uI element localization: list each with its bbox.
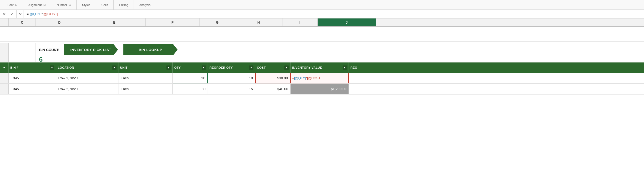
ribbon-section-number: Number ⊡ (51, 0, 77, 10)
cell-reo-2 (349, 84, 376, 94)
analysis-label: Analysis (139, 3, 150, 7)
inventory-pick-list-button[interactable]: INVENTORY PICK LIST (64, 44, 118, 55)
bin-lookup-button[interactable]: BIN LOOKUP (123, 44, 178, 55)
th-reo: REO (349, 62, 376, 73)
table-row: T345 Row 2, slot 1 Each 20 10 $30.00 =[@… (0, 73, 644, 84)
th-location-dropdown[interactable]: ▼ (112, 65, 117, 70)
ribbon-section-editing: Editing (114, 0, 134, 10)
formula-cancel-button[interactable]: ✕ (1, 11, 8, 17)
table-header: ▼ BIN # ▼ LOCATION ▼ UNIT ▼ QTY ▼ REORDE… (0, 62, 644, 73)
row-num-1 (0, 73, 9, 83)
formula-confirm-button[interactable]: ✓ (9, 11, 15, 17)
th-bin-dropdown[interactable]: ▼ (50, 65, 54, 70)
cell-inv-value-1[interactable]: =[@QTY]*[@COST] (291, 73, 349, 83)
nav-area: BIN COUNT: INVENTORY PICK LIST BIN LOOKU… (0, 42, 644, 62)
col-header-h[interactable]: H (235, 18, 282, 26)
formula-bar: ✕ ✓ fx =[@QTY]*[@COST] (0, 10, 644, 18)
cell-location-1[interactable]: Row 2, slot 1 (56, 73, 118, 83)
cell-reorder-qty-1[interactable]: 10 (208, 73, 255, 83)
formula-fx-label: fx (16, 10, 24, 18)
col-header-e[interactable]: E (83, 18, 146, 26)
cell-reorder-qty-2[interactable]: 15 (208, 84, 255, 94)
cell-reo-1 (349, 73, 376, 83)
col-header-f[interactable]: F (146, 18, 200, 26)
formula-display: =[@QTY]*[@COST] (292, 76, 321, 80)
col-header-rownum (0, 18, 9, 26)
ribbon-section-styles: Styles (77, 0, 96, 10)
number-label: Number (57, 3, 67, 7)
cell-qty-1[interactable]: 20 (173, 73, 208, 83)
styles-label: Styles (82, 3, 90, 7)
th-inv-value[interactable]: INVENTORY VALUE ▼ (291, 62, 349, 73)
bin-count-label: BIN COUNT: (39, 48, 59, 52)
th-location[interactable]: LOCATION ▼ (56, 62, 118, 73)
bin-count-value: 6 (39, 56, 43, 63)
column-headers: C D E F G H I J (0, 18, 644, 27)
col-header-i[interactable]: I (282, 18, 318, 26)
formula-input[interactable]: =[@QTY]*[@COST] (25, 11, 643, 17)
empty-rows-area (0, 27, 644, 42)
th-cost-dropdown[interactable]: ▼ (284, 65, 289, 70)
alignment-label: Alignment (28, 3, 42, 7)
th-unit[interactable]: UNIT ▼ (118, 62, 173, 73)
table-row: T345 Row 2, slot 1 Each 30 15 $40.00 $1,… (0, 84, 644, 95)
font-label: Font (8, 3, 14, 7)
th-reorder-qty-dropdown[interactable]: ▼ (249, 65, 253, 70)
cell-qty-2[interactable]: 30 (173, 84, 208, 94)
th-qty[interactable]: QTY ▼ (173, 62, 208, 73)
editing-label: Editing (119, 3, 128, 7)
ribbon-section-analysis: Analysis (134, 0, 156, 10)
col-header-j[interactable]: J (318, 18, 376, 26)
th-inv-value-dropdown[interactable]: ▼ (343, 65, 347, 70)
cell-location-2[interactable]: Row 2, slot 1 (56, 84, 118, 94)
ribbon-section-font: Font ⊡ (2, 0, 23, 10)
cell-cost-1[interactable]: $30.00 (255, 73, 291, 83)
formula-bar-content: =[@QTY]*[@COST] (27, 12, 58, 16)
cell-inv-value-2[interactable]: $1,200.00 (291, 84, 349, 94)
ribbon-section-alignment: Alignment ⊡ (23, 0, 51, 10)
cell-cost-2[interactable]: $40.00 (255, 84, 291, 94)
col-header-k[interactable] (376, 18, 403, 26)
col-header-g[interactable]: G (200, 18, 235, 26)
th-reorder-qty[interactable]: REORDER QTY ▼ (208, 62, 255, 73)
col-header-d[interactable]: D (36, 18, 83, 26)
th-cost[interactable]: COST ▼ (255, 62, 291, 73)
number-expand-icon[interactable]: ⊡ (69, 3, 71, 6)
alignment-expand-icon[interactable]: ⊡ (43, 3, 46, 6)
cell-bin-2[interactable]: T345 (9, 84, 56, 94)
th-unit-dropdown[interactable]: ▼ (166, 65, 171, 70)
sheet-content: BIN COUNT: INVENTORY PICK LIST BIN LOOKU… (0, 27, 644, 95)
ribbon-toolbar: Font ⊡ Alignment ⊡ Number ⊡ Styles Cells… (0, 0, 644, 10)
col-header-c[interactable]: C (9, 18, 36, 26)
ribbon-section-cells: Cells (96, 0, 114, 10)
cell-unit-2[interactable]: Each (118, 84, 173, 94)
font-expand-icon[interactable]: ⊡ (15, 3, 17, 6)
th-bin[interactable]: BIN # ▼ (9, 62, 56, 73)
cells-label: Cells (101, 3, 108, 7)
th-qty-dropdown[interactable]: ▼ (202, 65, 206, 70)
th-rownum: ▼ (0, 62, 9, 73)
cell-unit-1[interactable]: Each (118, 73, 173, 83)
cell-bin-1[interactable]: T345 (9, 73, 56, 83)
row-num-2 (0, 84, 9, 94)
